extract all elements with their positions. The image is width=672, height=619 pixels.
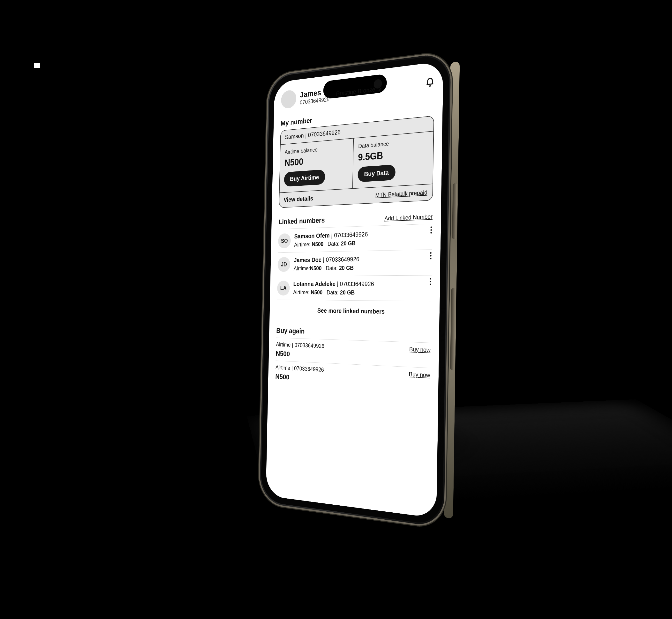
user-block: James 07033649926: [300, 87, 330, 106]
separator: |: [337, 280, 340, 287]
buy-again-amount: N500: [275, 372, 324, 383]
airtime-cell: Airtime balance N500 Buy Airtime: [280, 139, 353, 193]
buy-again-left: Airtime | 07033649926 N500: [276, 341, 324, 359]
plan-link[interactable]: MTN Betatalk prepaid: [375, 189, 427, 199]
linked-airtime: N500: [311, 289, 323, 296]
linked-name: Samson Ofem: [294, 232, 330, 240]
linked-header: Linked numbers Add Linked Number: [279, 212, 432, 226]
buy-again-row: Airtime | 07033649926 N500 Buy now: [275, 360, 430, 393]
data-label: Data balance: [358, 137, 428, 149]
linked-main: James Doe | 07033649926 Airtime:N500 Dat…: [294, 256, 360, 272]
linked-phone: 07033649926: [326, 256, 360, 263]
phone-screen: James 07033649926 Prestige Bronze My num…: [266, 61, 443, 519]
buy-again-desc: Airtime | 07033649926: [276, 341, 324, 350]
linked-stats: Airtime: N500 Data: 20 GB: [293, 289, 374, 296]
linked-avatar: JD: [278, 257, 290, 272]
notifications-button[interactable]: [425, 77, 435, 89]
linked-name: Lotanna Adeleke: [293, 280, 335, 287]
separator: |: [331, 232, 334, 239]
phone-side-button-top: [452, 183, 457, 239]
linked-avatar: LA: [277, 280, 290, 295]
tier-label: Prestige Bronze: [336, 86, 375, 97]
separator: |: [292, 365, 294, 371]
see-more-linked-link[interactable]: See more linked numbers: [277, 300, 431, 319]
add-linked-number-link[interactable]: Add Linked Number: [384, 213, 432, 222]
decorative-pixel: [34, 63, 40, 68]
linked-name-row: Samson Ofem | 07033649926: [294, 230, 368, 240]
buy-now-link[interactable]: Buy now: [409, 371, 430, 379]
linked-main: Lotanna Adeleke | 07033649926 Airtime: N…: [293, 280, 374, 296]
linked-stats: Airtime:N500 Data: 20 GB: [294, 265, 359, 272]
linked-data: 20 GB: [341, 240, 356, 247]
linked-list: SO Samson Ofem | 07033649926 Airtime: N5…: [277, 224, 432, 319]
buy-again-phone: 07033649926: [294, 365, 324, 373]
buy-again-phone: 07033649926: [294, 342, 324, 349]
more-menu-button[interactable]: [430, 252, 432, 259]
data-value: 9.5GB: [358, 146, 428, 163]
buy-now-link[interactable]: Buy now: [409, 346, 430, 354]
linked-airtime: N500: [310, 265, 322, 272]
my-number-owner: Samson: [285, 132, 304, 141]
app-content: James 07033649926 Prestige Bronze My num…: [266, 61, 443, 519]
linked-data: 20 GB: [340, 289, 355, 296]
linked-data: 20 GB: [339, 265, 354, 271]
bell-icon: [425, 77, 435, 88]
linked-airtime: N500: [312, 241, 324, 248]
buy-again-desc: Airtime | 07033649926: [276, 364, 324, 373]
linked-name-row: Lotanna Adeleke | 07033649926: [293, 280, 374, 288]
airtime-value: N500: [284, 153, 348, 168]
linked-avatar: SO: [278, 233, 291, 248]
linked-item[interactable]: SO Samson Ofem | 07033649926 Airtime: N5…: [278, 224, 432, 253]
avatar[interactable]: [281, 89, 297, 109]
buy-again-type: Airtime: [276, 341, 291, 348]
linked-item[interactable]: JD James Doe | 07033649926 Airtime:N500 …: [278, 250, 432, 276]
more-menu-button[interactable]: [430, 226, 432, 233]
separator: |: [323, 256, 326, 263]
buy-airtime-button[interactable]: Buy Airtime: [284, 169, 325, 187]
linked-item[interactable]: LA Lotanna Adeleke | 07033649926 Airtime…: [277, 275, 432, 301]
separator: |: [305, 132, 308, 139]
buy-again-title: Buy again: [276, 327, 431, 339]
data-cell: Data balance 9.5GB Buy Data: [353, 132, 433, 188]
linked-main: Samson Ofem | 07033649926 Airtime: N500 …: [294, 230, 368, 248]
linked-name-row: James Doe | 07033649926: [294, 256, 359, 264]
linked-title: Linked numbers: [279, 216, 325, 226]
buy-again-amount: N500: [276, 349, 324, 359]
my-number-card: Samson | 07033649926 Airtime balance N50…: [279, 116, 434, 208]
more-menu-button[interactable]: [430, 278, 431, 285]
linked-phone: 07033649926: [334, 230, 368, 238]
linked-name: James Doe: [294, 256, 321, 264]
buy-again-type: Airtime: [276, 364, 290, 371]
linked-stats: Airtime: N500 Data: 20 GB: [294, 239, 368, 248]
buy-again-left: Airtime | 07033649926 N500: [275, 364, 324, 383]
phone-stage: James 07033649926 Prestige Bronze My num…: [247, 63, 489, 571]
phone-mockup: James 07033649926 Prestige Bronze My num…: [259, 52, 451, 528]
my-number-phone: 07033649926: [308, 128, 341, 139]
view-details-link[interactable]: View details: [284, 195, 313, 204]
